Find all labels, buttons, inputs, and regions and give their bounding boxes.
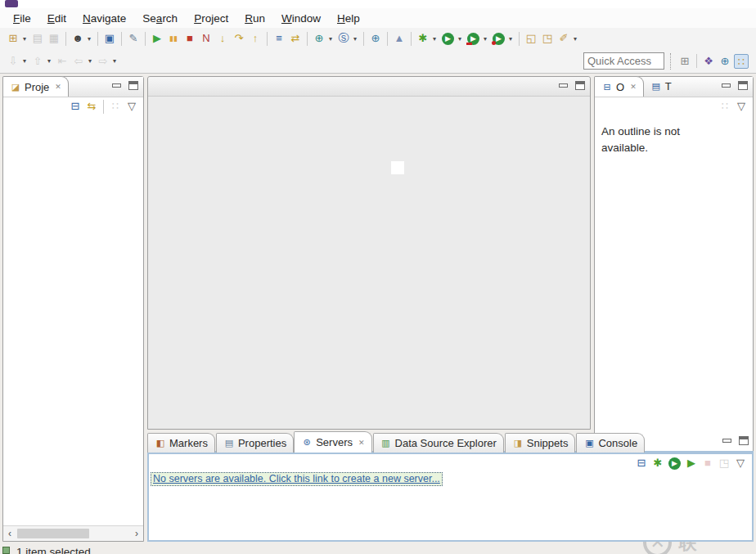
focus-icon: ∷ bbox=[718, 99, 732, 114]
menu-search[interactable]: Search bbox=[134, 11, 186, 26]
scroll-left-icon[interactable]: ‹ bbox=[3, 528, 16, 539]
maximize-icon[interactable] bbox=[739, 436, 749, 445]
new-web-project-icon[interactable]: ⊕ bbox=[312, 31, 326, 46]
tab-close-icon[interactable]: ✕ bbox=[358, 439, 365, 447]
sort-icon[interactable]: ≡ bbox=[272, 31, 286, 46]
tab-o[interactable]: ⊟O✕ bbox=[594, 76, 644, 97]
tab-data-source-explorer[interactable]: ▥Data Source Explorer bbox=[373, 433, 504, 453]
horizontal-scrollbar[interactable]: ‹ › bbox=[3, 525, 143, 541]
minimize-icon[interactable] bbox=[559, 83, 568, 88]
editor-tab-strip bbox=[148, 77, 590, 97]
save-all-icon: ▦ bbox=[47, 31, 61, 46]
navigation-toolbar: ⇩▾⇧▾⇤⇦▾⇨▾ bbox=[5, 54, 119, 69]
debug-perspective-icon[interactable]: ❖ bbox=[701, 54, 716, 69]
link-with-editor-icon[interactable]: ⇆ bbox=[84, 99, 99, 114]
menu-edit[interactable]: Edit bbox=[39, 11, 74, 26]
pen-icon[interactable]: ✐ bbox=[556, 31, 571, 46]
maximize-icon[interactable] bbox=[128, 81, 138, 90]
quick-access-input[interactable] bbox=[583, 52, 664, 70]
disconnect-icon[interactable]: N bbox=[199, 31, 214, 46]
terminate-icon[interactable]: ■ bbox=[182, 31, 197, 46]
step-over-icon[interactable]: ↷ bbox=[232, 31, 246, 46]
tab-project-explorer[interactable]: ◪ Proje ✕ bbox=[2, 76, 69, 97]
main-toolbar: ⊞▾▤▦☻▾▣✎▶▮▮■N↓↷↑≡⇄⊕▾Ⓢ▾⊕▲✱▾▶▾▶▾▶▾◱◳✐▾ bbox=[0, 28, 756, 49]
maximize-icon[interactable] bbox=[575, 81, 585, 90]
pen-dropdown-icon[interactable]: ▾ bbox=[571, 35, 579, 43]
toolbar-separator bbox=[387, 32, 388, 46]
run-icon[interactable]: ▶ bbox=[442, 33, 454, 45]
debug-server-icon[interactable]: ✱ bbox=[650, 456, 665, 471]
new-server-icon[interactable]: Ⓢ bbox=[336, 31, 351, 46]
run-on-server-icon[interactable]: ▲ bbox=[392, 31, 407, 46]
task-list-icon: ▤ bbox=[650, 81, 662, 92]
tab-label: Properties bbox=[238, 437, 286, 449]
tab-properties[interactable]: ▤Properties bbox=[216, 433, 294, 453]
web-browser-icon[interactable]: ⊕ bbox=[368, 31, 383, 46]
status-text: 1 item selected bbox=[16, 546, 91, 554]
open-perspective-icon[interactable]: ⊞ bbox=[677, 54, 692, 69]
previous-annotation-dropdown-icon: ▾ bbox=[45, 57, 53, 65]
project-explorer-toolbar: ⊟⇆∷▽ bbox=[3, 97, 143, 115]
view-menu-icon[interactable]: ▽ bbox=[124, 99, 139, 114]
tab-label: Servers bbox=[316, 436, 353, 448]
menu-file[interactable]: File bbox=[5, 11, 39, 26]
debug-dropdown-icon[interactable]: ▾ bbox=[430, 35, 439, 43]
minimize-icon[interactable] bbox=[722, 83, 731, 88]
collapse-all-icon[interactable]: ⊟ bbox=[68, 99, 83, 114]
open-console-icon[interactable]: ▣ bbox=[102, 31, 117, 46]
step-return-icon[interactable]: ↑ bbox=[248, 31, 263, 46]
menu-window[interactable]: Window bbox=[273, 11, 329, 26]
new-wizard-dropdown-icon[interactable]: ▾ bbox=[20, 35, 29, 43]
user-account-dropdown-icon[interactable]: ▾ bbox=[85, 35, 93, 43]
profile-dropdown-icon[interactable]: ▾ bbox=[506, 35, 515, 43]
tab-label: Proje bbox=[25, 81, 49, 93]
menu-help[interactable]: Help bbox=[329, 11, 368, 26]
menu-project[interactable]: Project bbox=[186, 11, 236, 26]
tab-servers[interactable]: ⊛Servers✕ bbox=[294, 431, 371, 453]
sync-icon[interactable]: ⇄ bbox=[288, 31, 303, 46]
minimize-icon[interactable] bbox=[112, 83, 121, 88]
tab-label: T bbox=[665, 80, 672, 92]
tab-close-icon[interactable]: ✕ bbox=[630, 83, 637, 91]
save-icon: ▤ bbox=[30, 31, 45, 46]
debug-icon[interactable]: ✱ bbox=[416, 31, 430, 46]
menu-run[interactable]: Run bbox=[236, 11, 273, 26]
view-menu-icon[interactable]: ▽ bbox=[734, 99, 749, 114]
view-menu-icon[interactable]: ▽ bbox=[733, 456, 748, 471]
step-into-icon[interactable]: ↓ bbox=[215, 31, 230, 46]
tab-t[interactable]: ▤T bbox=[644, 76, 678, 97]
tab-close-icon[interactable]: ✕ bbox=[55, 83, 61, 91]
resume-icon[interactable]: ▶ bbox=[150, 31, 164, 46]
import-icon[interactable]: ◱ bbox=[524, 31, 538, 46]
mark-occurrences-icon[interactable]: ✎ bbox=[126, 31, 141, 46]
user-account-icon[interactable]: ☻ bbox=[70, 31, 85, 46]
scroll-right-icon[interactable]: › bbox=[130, 528, 143, 539]
new-wizard-icon[interactable]: ⊞ bbox=[6, 31, 20, 46]
new-web-project-dropdown-icon[interactable]: ▾ bbox=[326, 35, 335, 43]
coverage-dropdown-icon[interactable]: ▾ bbox=[481, 35, 489, 43]
project-explorer-content[interactable] bbox=[3, 116, 143, 525]
collapse-all-icon[interactable]: ⊟ bbox=[634, 456, 649, 471]
next-annotation-icon: ⇩ bbox=[6, 54, 20, 69]
javaee-perspective-icon[interactable]: ∷ bbox=[734, 54, 749, 69]
tab-snippets[interactable]: ◨Snippets bbox=[505, 433, 576, 453]
tab-console[interactable]: ▣Console bbox=[576, 433, 645, 453]
create-new-server-link[interactable]: No servers are available. Click this lin… bbox=[151, 472, 443, 486]
menu-navigate[interactable]: Navigate bbox=[74, 11, 134, 26]
web-perspective-icon[interactable]: ⊕ bbox=[718, 54, 732, 69]
new-server-dropdown-icon[interactable]: ▾ bbox=[351, 35, 359, 43]
tab-markers[interactable]: ◧Markers bbox=[147, 433, 215, 453]
minimize-icon[interactable] bbox=[722, 439, 731, 443]
maximize-icon[interactable] bbox=[738, 81, 748, 90]
run-dropdown-icon[interactable]: ▾ bbox=[456, 35, 464, 43]
start-server-icon[interactable]: ▶ bbox=[668, 457, 681, 470]
profile-server-icon[interactable]: ▶ bbox=[684, 456, 699, 471]
outline-header: ⊟O✕▤T bbox=[595, 77, 753, 97]
tab-label: Snippets bbox=[527, 437, 569, 449]
export-icon[interactable]: ◳ bbox=[540, 31, 555, 46]
pause-icon[interactable]: ▮▮ bbox=[166, 31, 181, 46]
last-edit-location-icon: ⇤ bbox=[55, 54, 70, 69]
project-explorer-icon: ◪ bbox=[10, 82, 21, 92]
scrollbar-thumb[interactable] bbox=[17, 529, 89, 538]
tab-label: O bbox=[616, 81, 624, 93]
